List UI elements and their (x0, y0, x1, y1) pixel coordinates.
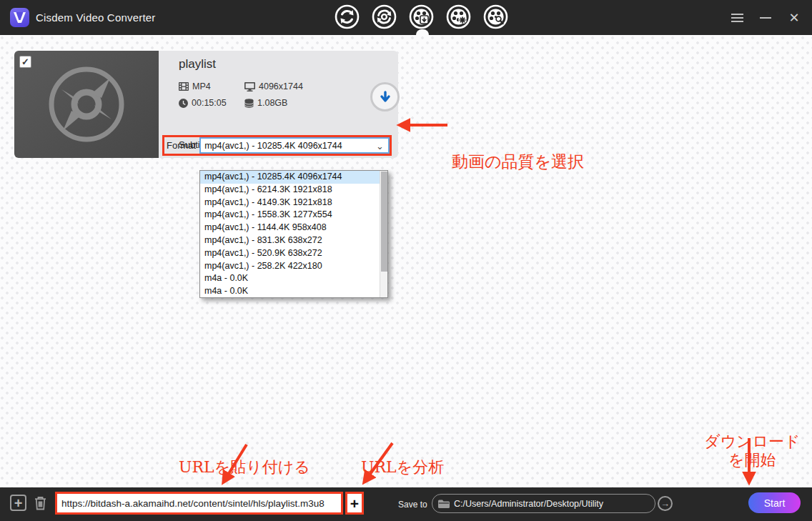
format-option[interactable]: mp4(avc1,) - 10285.4K 4096x1744 (200, 171, 380, 184)
monitor-icon (244, 82, 255, 91)
duration-meta: 00:15:05 (179, 98, 227, 108)
dropdown-scrollbar[interactable] (380, 171, 387, 297)
format-option[interactable]: mp4(avc1,) - 6214.3K 1921x818 (200, 184, 380, 197)
app-logo-icon (10, 8, 29, 27)
format-option[interactable]: mp4(avc1,) - 831.3K 638x272 (200, 234, 380, 247)
format-select[interactable]: mp4(avc1,) - 10285.4K 4096x1744 ⌄ (199, 137, 390, 154)
scrollbar-thumb[interactable] (381, 172, 387, 272)
item-download-button[interactable] (370, 82, 400, 111)
titlebar: Cisdem Video Converter (0, 0, 812, 35)
format-dropdown: mp4(avc1,) - 10285.4K 4096x1744mp4(avc1,… (199, 170, 388, 298)
format-meta: MP4 (179, 81, 211, 91)
tab-convert[interactable] (335, 4, 360, 29)
format-option[interactable]: m4a - 0.0K (200, 272, 380, 285)
media-title: playlist (179, 57, 216, 71)
mode-tabs (335, 4, 508, 29)
format-option[interactable]: mp4(avc1,) - 1144.4K 958x408 (200, 222, 380, 234)
format-option[interactable]: m4a - 0.0K (200, 285, 380, 297)
folder-icon (438, 500, 450, 508)
url-input-highlight (55, 492, 343, 515)
format-row-highlight: Format mp4(avc1,) - 10285.4K 4096x1744 ⌄ (162, 135, 392, 156)
format-option[interactable]: mp4(avc1,) - 4149.3K 1921x818 (200, 197, 380, 209)
url-input[interactable] (57, 494, 341, 512)
item-checkbox[interactable]: ✓ (19, 56, 31, 68)
annotation-start-download: ダウンロード を開始 (704, 432, 801, 470)
save-path-field[interactable]: C:/Users/Administrator/Desktop/Utility (432, 494, 655, 513)
add-url-icon[interactable]: + (10, 495, 26, 511)
close-button[interactable]: ✕ (785, 9, 803, 27)
hamburger-icon (731, 14, 743, 22)
format-option[interactable]: mp4(avc1,) - 1558.3K 1277x554 (200, 209, 380, 222)
clock-icon (179, 99, 188, 108)
annotation-paste-url: URLを貼り付ける (179, 457, 310, 478)
start-button[interactable]: Start (748, 492, 801, 513)
media-size: 1.08GB (257, 98, 287, 108)
resolution-meta: 4096x1744 (244, 81, 303, 91)
format-option[interactable]: mp4(avc1,) - 520.9K 638x272 (200, 247, 380, 260)
bottom-bar: + + Save to C:/Users/Administrator/Deskt… (0, 487, 812, 521)
tab-edit[interactable] (446, 4, 471, 29)
minimize-icon (760, 17, 771, 19)
format-option-list: mp4(avc1,) - 10285.4K 4096x1744mp4(avc1,… (200, 171, 380, 297)
save-path-value: C:/Users/Administrator/Desktop/Utility (454, 499, 603, 509)
open-folder-button[interactable]: → (658, 496, 673, 511)
media-format: MP4 (192, 81, 211, 91)
format-option[interactable]: mp4(avc1,) - 258.2K 422x180 (200, 260, 380, 273)
size-meta: 1.08GB (244, 98, 287, 108)
tab-download[interactable] (409, 4, 434, 29)
window-controls: ✕ (728, 0, 812, 35)
media-thumbnail: ✓ (14, 51, 159, 158)
annotation-select-quality: 動画の品質を選択 (452, 151, 584, 173)
window-title: Cisdem Video Converter (36, 0, 156, 35)
film-icon (179, 82, 189, 91)
trash-icon[interactable] (32, 495, 49, 511)
cisdem-video-converter-window: Cisdem Video Converter (0, 0, 812, 521)
chevron-down-icon: ⌄ (376, 141, 384, 152)
disc-icon (49, 66, 124, 142)
tab-record[interactable] (372, 4, 397, 29)
minimize-button[interactable] (756, 9, 775, 27)
analyze-button-highlight: + (345, 492, 364, 515)
save-to-label: Save to (398, 500, 427, 510)
analyze-url-button[interactable]: + (347, 494, 362, 512)
active-tab-indicator (416, 29, 429, 35)
download-arrow-icon (379, 91, 392, 104)
tab-toolbox[interactable] (483, 4, 508, 29)
media-resolution: 4096x1744 (259, 81, 303, 91)
main-area: ✓ playlist MP4 4096x1744 00:15:05 (0, 35, 812, 487)
format-label: Format (164, 140, 199, 151)
format-selected-value: mp4(avc1,) - 10285.4K 4096x1744 (204, 141, 342, 151)
storage-icon (244, 99, 254, 108)
annotation-analyze-url: URLを分析 (361, 457, 444, 478)
menu-icon[interactable] (728, 9, 746, 27)
media-duration: 00:15:05 (192, 98, 227, 108)
